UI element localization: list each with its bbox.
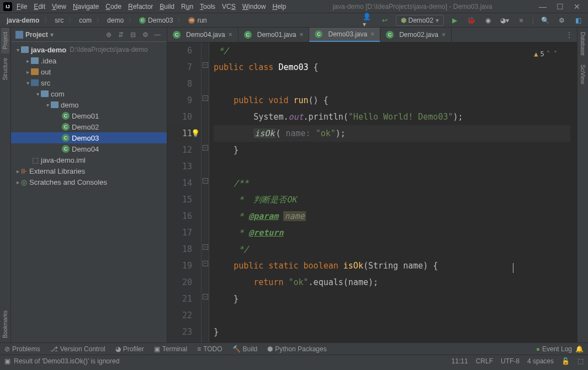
tree-folder[interactable]: ▾src xyxy=(11,77,167,88)
breadcrumb-item[interactable]: demo xyxy=(105,15,126,25)
minimize-button[interactable]: ― xyxy=(539,2,547,11)
tool-build[interactable]: 🔨Build xyxy=(232,345,258,353)
close-icon[interactable]: × xyxy=(370,30,374,38)
debug-button[interactable]: 🐞 xyxy=(466,15,477,26)
add-user-icon[interactable]: 👤▾ xyxy=(363,15,374,26)
menu-run[interactable]: Run xyxy=(181,3,193,10)
tree-external-libraries[interactable]: ▸⊪External Libraries xyxy=(11,165,167,176)
menu-refactor[interactable]: Refactor xyxy=(128,3,153,10)
memory-icon[interactable]: ⬚ xyxy=(578,357,584,365)
inspection-badge[interactable]: ▲ 5 ˄ ˅ xyxy=(534,46,557,62)
run-button[interactable]: ▶ xyxy=(449,15,460,26)
breadcrumb-item[interactable]: mrun xyxy=(186,15,209,25)
back-icon[interactable]: ↩ xyxy=(379,15,390,26)
run-config-dropdown[interactable]: ⬢ Demo02 ▾ xyxy=(396,15,444,26)
sidebar-tab-structure[interactable]: Structure xyxy=(1,53,9,85)
fold-marker[interactable]: − xyxy=(203,294,208,299)
fold-marker[interactable]: − xyxy=(203,244,208,250)
editor-tab[interactable]: CDemo01.java× xyxy=(239,28,310,42)
notification-icon[interactable]: 🔔 xyxy=(575,345,584,353)
tree-scratches[interactable]: ▸◎Scratches and Consoles xyxy=(11,176,167,187)
maximize-button[interactable]: ☐ xyxy=(557,2,564,11)
tool-todo[interactable]: ≡TODO xyxy=(197,345,222,353)
editor-tab-active[interactable]: CDemo03.java× xyxy=(309,28,380,42)
editor-tab[interactable]: CDemo04.java× xyxy=(167,28,239,42)
menu-edit[interactable]: Edit xyxy=(34,3,45,10)
stop-button[interactable]: ■ xyxy=(516,15,527,26)
search-icon[interactable]: 🔍 xyxy=(539,15,550,26)
line-gutter: 678910 11💡 121314151617181920212223 xyxy=(167,42,202,342)
menu-code[interactable]: Code xyxy=(105,3,121,10)
close-button[interactable]: ✕ xyxy=(574,2,580,11)
readonly-icon[interactable]: 🔓 xyxy=(561,357,570,365)
menu-file[interactable]: File xyxy=(17,3,27,10)
file-encoding[interactable]: UTF-8 xyxy=(501,357,520,365)
plugin-icon[interactable]: ◧ xyxy=(573,15,584,26)
hide-panel-icon[interactable]: ― xyxy=(152,30,162,40)
sidebar-tab-project[interactable]: Project xyxy=(1,28,9,53)
editor-tab[interactable]: CDemo02.java× xyxy=(380,28,452,42)
menu-navigate[interactable]: Navigate xyxy=(73,3,99,10)
line-separator[interactable]: CRLF xyxy=(476,357,493,365)
close-icon[interactable]: × xyxy=(442,31,446,39)
breadcrumb-item[interactable]: com xyxy=(77,15,94,25)
fold-marker[interactable]: − xyxy=(203,62,208,68)
fold-marker[interactable]: − xyxy=(203,261,208,266)
close-icon[interactable]: × xyxy=(229,31,232,39)
tree-file[interactable]: CDemo01 xyxy=(11,110,167,121)
menu-help[interactable]: Help xyxy=(272,3,286,10)
tool-python-packages[interactable]: ⬢Python Packages xyxy=(267,345,326,353)
tree-folder[interactable]: ▸.idea xyxy=(11,55,167,66)
event-icon: ● xyxy=(536,345,540,353)
collapse-icon[interactable]: ⊟ xyxy=(128,30,138,40)
coverage-button[interactable]: ◉ xyxy=(483,15,494,26)
caret-position[interactable]: 11:11 xyxy=(452,357,468,365)
sidebar-tab-database[interactable]: Database xyxy=(579,28,587,60)
tool-problems[interactable]: ⊘Problems xyxy=(4,345,40,353)
expand-all-icon[interactable]: ⇵ xyxy=(116,30,126,40)
tree-folder[interactable]: ▾com xyxy=(11,88,167,99)
select-open-file-icon[interactable]: ⊕ xyxy=(104,30,114,40)
close-icon[interactable]: × xyxy=(299,31,303,39)
menu-vcs[interactable]: VCS xyxy=(222,3,236,10)
event-log[interactable]: ●Event Log xyxy=(536,345,572,353)
hammer-icon: ⬢ xyxy=(401,17,406,24)
settings-icon[interactable]: ⚙ xyxy=(556,15,567,26)
breadcrumb-item[interactable]: src xyxy=(52,15,66,25)
inspection-stripe[interactable] xyxy=(570,42,577,342)
tree-file-selected[interactable]: CDemo03 xyxy=(11,132,167,143)
menu-build[interactable]: Build xyxy=(160,3,174,10)
branch-icon: ⎇ xyxy=(50,345,58,353)
tab-menu-icon[interactable]: ⋮ xyxy=(566,31,573,39)
main-menu: File Edit View Navigate Code Refactor Bu… xyxy=(17,3,286,10)
sidebar-tab-sciview[interactable]: SciView xyxy=(579,60,587,88)
tree-root[interactable]: ▾java-demoD:\IdeaProjects\java-demo xyxy=(11,44,167,55)
tool-vcs[interactable]: ⎇Version Control xyxy=(50,345,105,353)
fold-marker[interactable]: − xyxy=(203,95,208,101)
indent-setting[interactable]: 4 spaces xyxy=(527,357,554,365)
code-editor[interactable]: 678910 11💡 121314151617181920212223 − − … xyxy=(167,42,577,342)
tree-file[interactable]: ⬚java-demo.iml xyxy=(11,154,167,165)
breadcrumb-item[interactable]: CDemo03 xyxy=(137,15,175,25)
tree-folder[interactable]: ▾demo xyxy=(11,99,167,110)
breadcrumb-item[interactable]: java-demo xyxy=(4,15,41,25)
project-panel-title[interactable]: Project xyxy=(25,31,48,39)
status-icon[interactable]: ▣ xyxy=(4,357,10,365)
profile-button[interactable]: ◕▾ xyxy=(499,15,510,26)
tree-folder[interactable]: ▸out xyxy=(11,66,167,77)
menu-tools[interactable]: Tools xyxy=(200,3,215,10)
project-icon xyxy=(15,31,23,39)
tool-profiler[interactable]: ◕Profiler xyxy=(115,345,144,353)
menu-window[interactable]: Window xyxy=(242,3,266,10)
fold-marker[interactable]: − xyxy=(203,145,208,151)
text-cursor xyxy=(513,263,513,273)
tool-terminal[interactable]: ▣Terminal xyxy=(154,345,187,353)
profiler-icon: ◕ xyxy=(115,345,121,353)
panel-settings-icon[interactable]: ⚙ xyxy=(140,30,150,40)
tree-file[interactable]: CDemo04 xyxy=(11,143,167,154)
tree-file[interactable]: CDemo02 xyxy=(11,121,167,132)
menu-view[interactable]: View xyxy=(52,3,66,10)
bulb-icon[interactable]: 💡 xyxy=(191,125,200,142)
fold-marker[interactable]: − xyxy=(203,178,208,184)
sidebar-tab-bookmarks[interactable]: Bookmarks xyxy=(1,306,9,342)
